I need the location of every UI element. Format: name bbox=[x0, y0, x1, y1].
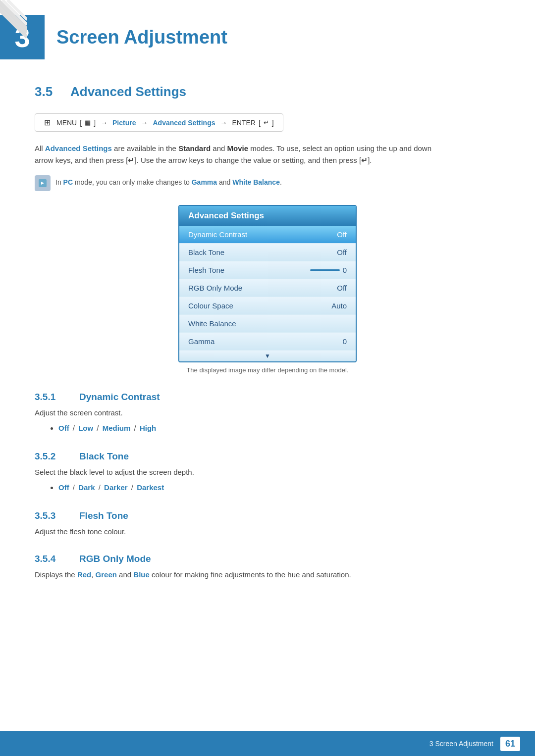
item-label-rgb-only: RGB Only Mode bbox=[188, 284, 242, 292]
list-item-351: Off / Low / Medium / High bbox=[58, 423, 500, 433]
down-arrow-icon: ▼ bbox=[265, 353, 270, 359]
menu-label: MENU bbox=[56, 119, 77, 127]
item-label-black-tone: Black Tone bbox=[188, 248, 224, 256]
item-value-colour-space: Auto bbox=[331, 302, 347, 310]
item-label-white-balance: White Balance bbox=[188, 319, 236, 328]
section-number: 3.5 bbox=[35, 84, 59, 100]
item-label-gamma: Gamma bbox=[188, 337, 214, 346]
subsection-number-353: 3.5.3 bbox=[35, 510, 70, 521]
subsection-desc-351: Adjust the screen contrast. bbox=[35, 408, 500, 417]
subsection-heading-351: 3.5.1 Dynamic Contrast bbox=[35, 392, 500, 403]
menu-icon: ⊞ bbox=[44, 118, 51, 127]
item-value-black-tone: Off bbox=[337, 248, 347, 256]
menu-item-colour-space[interactable]: Colour Space Auto bbox=[179, 297, 356, 315]
arrow3: → bbox=[220, 119, 227, 127]
enter-symbol: ↵ bbox=[264, 119, 269, 126]
menu-item-rgb-only[interactable]: RGB Only Mode Off bbox=[179, 279, 356, 297]
subsection-desc-354: Displays the Red, Green and Blue colour … bbox=[35, 570, 500, 579]
page-footer: 3 Screen Adjustment 61 bbox=[0, 731, 535, 756]
subsection-number-352: 3.5.2 bbox=[35, 451, 70, 462]
subsection-title-352: Black Tone bbox=[79, 451, 129, 462]
item-value-gamma: 0 bbox=[343, 337, 347, 346]
menu-item-dynamic-contrast[interactable]: Dynamic Contrast Off bbox=[179, 226, 356, 244]
settings-menu-container: Advanced Settings Dynamic Contrast Off B… bbox=[35, 205, 500, 374]
subsection-heading-352: 3.5.2 Black Tone bbox=[35, 451, 500, 462]
description-text: All Advanced Settings are available in t… bbox=[35, 143, 441, 166]
section-title: Advanced Settings bbox=[70, 84, 186, 100]
note-icon bbox=[35, 175, 51, 191]
item-value-flesh-tone: 0 bbox=[343, 266, 347, 274]
enter-bracket-close: ] bbox=[272, 119, 274, 127]
section-heading: 3.5 Advanced Settings bbox=[35, 84, 500, 100]
subsection-title-351: Dynamic Contrast bbox=[79, 392, 160, 403]
list-item-352: Off / Dark / Darker / Darkest bbox=[58, 482, 500, 493]
menu-symbol: ▦ bbox=[85, 119, 91, 126]
arrow1: → bbox=[101, 119, 107, 127]
subsection-heading-354: 3.5.4 RGB Only Mode bbox=[35, 554, 500, 564]
item-label-colour-space: Colour Space bbox=[188, 302, 233, 310]
settings-menu: Advanced Settings Dynamic Contrast Off B… bbox=[178, 205, 357, 362]
settings-menu-header: Advanced Settings bbox=[179, 206, 356, 226]
subsection-heading-353: 3.5.3 Flesh Tone bbox=[35, 510, 500, 521]
menu-item-flesh-tone[interactable]: Flesh Tone 0 bbox=[179, 261, 356, 279]
settings-menu-title: Advanced Settings bbox=[188, 211, 264, 220]
subsection-number-351: 3.5.1 bbox=[35, 392, 70, 403]
chapter-header: 3 Screen Adjustment bbox=[0, 0, 535, 69]
enter-label: ENTER bbox=[232, 119, 256, 127]
item-label-flesh-tone: Flesh Tone bbox=[188, 266, 224, 274]
subsection-desc-352: Select the black level to adjust the scr… bbox=[35, 468, 500, 476]
bullet-list-352: Off / Dark / Darker / Darkest bbox=[58, 482, 500, 493]
arrow2: → bbox=[141, 119, 148, 127]
item-label-dynamic-contrast: Dynamic Contrast bbox=[188, 230, 247, 239]
menu-advanced-settings: Advanced Settings bbox=[153, 119, 215, 127]
note-box: In PC mode, you can only make changes to… bbox=[35, 175, 500, 191]
menu-bracket-close: ] bbox=[94, 119, 96, 127]
subsection-number-354: 3.5.4 bbox=[35, 554, 70, 564]
chapter-title: Screen Adjustment bbox=[56, 27, 227, 48]
subsection-desc-353: Adjust the flesh tone colour. bbox=[35, 527, 500, 536]
menu-picture: Picture bbox=[112, 119, 136, 127]
menu-item-black-tone[interactable]: Black Tone Off bbox=[179, 244, 356, 261]
enter-bracket-open: [ bbox=[259, 119, 261, 127]
decorative-stripes bbox=[0, 0, 27, 50]
slider-line bbox=[310, 269, 340, 271]
subsection-353: 3.5.3 Flesh Tone Adjust the flesh tone c… bbox=[35, 510, 500, 536]
item-value-dynamic-contrast: Off bbox=[337, 230, 347, 239]
menu-footer: ▼ bbox=[179, 351, 356, 361]
menu-item-white-balance[interactable]: White Balance bbox=[179, 315, 356, 333]
footer-text: 3 Screen Adjustment bbox=[429, 740, 493, 748]
note-text: In PC mode, you can only make changes to… bbox=[55, 175, 282, 186]
subsection-354: 3.5.4 RGB Only Mode Displays the Red, Gr… bbox=[35, 554, 500, 579]
main-content: 3.5 Advanced Settings ⊞ MENU [ ▦ ] → Pic… bbox=[0, 84, 535, 624]
subsection-title-354: RGB Only Mode bbox=[79, 554, 151, 564]
menu-path-box: ⊞ MENU [ ▦ ] → Picture → Advanced Settin… bbox=[35, 113, 283, 132]
subsection-352: 3.5.2 Black Tone Select the black level … bbox=[35, 451, 500, 493]
flesh-tone-slider: 0 bbox=[310, 266, 347, 274]
menu-bracket-open: [ bbox=[80, 119, 82, 127]
image-caption: The displayed image may differ depending… bbox=[186, 366, 348, 374]
bullet-list-351: Off / Low / Medium / High bbox=[58, 423, 500, 433]
footer-page-number: 61 bbox=[500, 737, 520, 751]
subsection-title-353: Flesh Tone bbox=[79, 510, 128, 521]
menu-item-gamma[interactable]: Gamma 0 bbox=[179, 333, 356, 351]
subsection-351: 3.5.1 Dynamic Contrast Adjust the screen… bbox=[35, 392, 500, 433]
item-value-rgb-only: Off bbox=[337, 284, 347, 292]
